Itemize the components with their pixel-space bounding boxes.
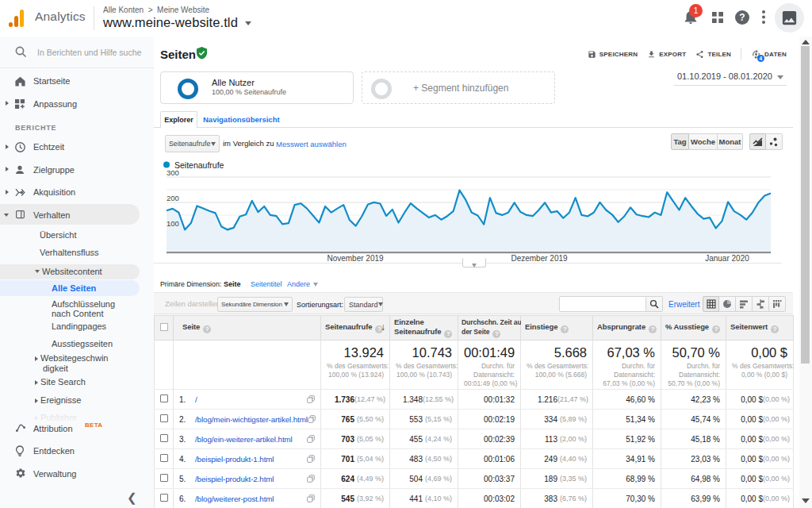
svg-text:300: 300 bbox=[167, 168, 179, 177]
svg-text:Dezember 2019: Dezember 2019 bbox=[511, 254, 568, 263]
svg-text:Januar 2020: Januar 2020 bbox=[705, 254, 749, 263]
svg-text:Seitenaufrufe: Seitenaufrufe bbox=[174, 160, 224, 170]
svg-text:200: 200 bbox=[167, 194, 179, 202]
svg-text:100: 100 bbox=[167, 219, 179, 228]
svg-text:November 2019: November 2019 bbox=[327, 254, 384, 263]
